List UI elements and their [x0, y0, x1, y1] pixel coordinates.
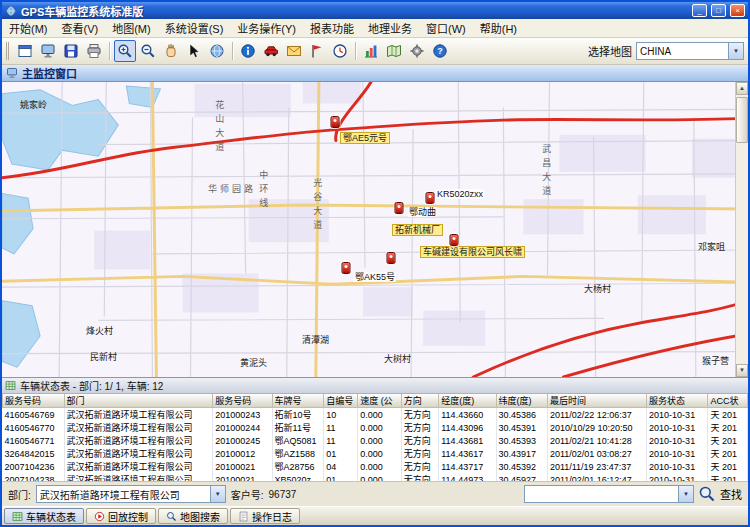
vehicle-marker[interactable]: [395, 202, 404, 214]
menu-item[interactable]: 系统设置(S): [158, 19, 231, 37]
message-icon: [286, 43, 302, 59]
table-cell: 4160546769: [3, 408, 65, 422]
monitor-button[interactable]: [37, 40, 59, 62]
menu-item[interactable]: 报表功能: [303, 19, 361, 37]
column-header[interactable]: ACC状: [708, 394, 748, 408]
vehicle-marker[interactable]: [331, 116, 340, 128]
menu-item[interactable]: 帮助(H): [473, 19, 524, 37]
vehicle-table: 服务号码部门服务号码车牌号自编号速度 (公方向经度(度)纬度(度)最后时间服务状…: [2, 394, 748, 481]
chevron-down-icon[interactable]: ▼: [728, 43, 743, 59]
full-extent-button[interactable]: [206, 40, 228, 62]
chevron-down-icon[interactable]: ▼: [678, 486, 693, 502]
map-callout: 拓新机械厂: [392, 224, 443, 236]
report-button[interactable]: [360, 40, 382, 62]
search-icon[interactable]: [698, 485, 716, 503]
vehicle-marker[interactable]: [387, 252, 396, 264]
table-row[interactable]: 2007104238武汉拓新道路环境工程有限公司20100021XB5020z0…: [3, 473, 748, 481]
column-header[interactable]: 自编号: [324, 394, 358, 408]
menu-item[interactable]: 窗口(W): [419, 19, 473, 37]
dept-select[interactable]: 武汉拓新道路环境工程有限公司 ▼: [36, 485, 226, 503]
flag-button[interactable]: [306, 40, 328, 62]
close-button[interactable]: ×: [730, 4, 745, 17]
table-row[interactable]: 3264842015武汉拓新道路环境工程有限公司20100012鄂AZ15880…: [3, 447, 748, 460]
column-header[interactable]: 纬度(度): [496, 394, 547, 408]
save-button[interactable]: [60, 40, 82, 62]
menu-item[interactable]: 开始(M): [2, 19, 55, 37]
select-button[interactable]: [183, 40, 205, 62]
column-header[interactable]: 方向: [401, 394, 439, 408]
scroll-thumb[interactable]: [736, 97, 748, 143]
table-cell: 2010-10-31: [647, 434, 708, 447]
map-label: 黄泥头: [240, 358, 267, 368]
map-view[interactable]: 姚家岭烽火村民新村黄泥头清潭湖大树村大杨村邓家咀猴子营花山大道中环线光谷大道武昌…: [2, 82, 748, 377]
vehicle-button[interactable]: [260, 40, 282, 62]
chevron-down-icon[interactable]: ▼: [210, 486, 225, 502]
message-button[interactable]: [283, 40, 305, 62]
column-header[interactable]: 速度 (公: [358, 394, 402, 408]
column-header[interactable]: 服务号码: [213, 394, 272, 408]
status-tab-4[interactable]: 操作日志: [230, 508, 300, 524]
zoom-in-button[interactable]: [114, 40, 136, 62]
search-combo[interactable]: ▼: [524, 485, 694, 503]
column-header[interactable]: 最后时间: [547, 394, 646, 408]
status-tab-label: 回放控制: [108, 509, 148, 524]
map-scrollbar[interactable]: ▲ ▼: [735, 82, 748, 377]
vehicle-table-container[interactable]: 服务号码部门服务号码车牌号自编号速度 (公方向经度(度)纬度(度)最后时间服务状…: [2, 394, 748, 481]
history-button[interactable]: [329, 40, 351, 62]
table-cell: 鄂AZ1588: [272, 447, 324, 460]
map-callout: 鄂动曲: [408, 207, 437, 217]
table-cell: 201000244: [213, 421, 272, 434]
zoom-out-button[interactable]: [137, 40, 159, 62]
status-tab-3[interactable]: 地图搜索: [158, 508, 228, 524]
table-row[interactable]: 4160546769武汉拓新道路环境工程有限公司201000243拓新10号10…: [3, 408, 748, 422]
search-input[interactable]: [528, 487, 678, 502]
table-cell: 天 201: [708, 421, 748, 434]
scroll-up-icon[interactable]: ▲: [736, 82, 748, 95]
new-window-button[interactable]: [14, 40, 36, 62]
vehicle-marker[interactable]: [450, 234, 459, 246]
vehicle-marker[interactable]: [426, 192, 435, 204]
minimize-button[interactable]: _: [692, 4, 707, 17]
table-cell: 鄂A28756: [272, 460, 324, 473]
scroll-track[interactable]: [736, 95, 748, 364]
table-row[interactable]: 4160546770武汉拓新道路环境工程有限公司201000244拓新11号11…: [3, 421, 748, 434]
pan-button[interactable]: [160, 40, 182, 62]
find-button[interactable]: 查找: [720, 486, 742, 502]
title-bar[interactable]: GPS车辆监控系统标准版 _ □ ×: [2, 2, 748, 19]
table-cell: 20100021: [213, 460, 272, 473]
settings-button[interactable]: [406, 40, 428, 62]
table-row[interactable]: 4160546771武汉拓新道路环境工程有限公司201000245鄂AQ5081…: [3, 434, 748, 447]
vehicle-marker[interactable]: [342, 262, 351, 274]
menu-item[interactable]: 地理业务: [361, 19, 419, 37]
column-header[interactable]: 车牌号: [272, 394, 324, 408]
table-row[interactable]: 2007104236武汉拓新道路环境工程有限公司20100021鄂A287560…: [3, 460, 748, 473]
save-icon: [63, 43, 79, 59]
map-select-value: CHINA: [640, 46, 728, 57]
maximize-button[interactable]: □: [711, 4, 726, 17]
column-header[interactable]: 部门: [64, 394, 213, 408]
flag-icon: [309, 43, 325, 59]
status-tab-2[interactable]: 回放控制: [86, 508, 156, 524]
table-cell: 30.43917: [496, 447, 547, 460]
menu-item[interactable]: 查看(V): [55, 19, 106, 37]
table-cell: 拓新11号: [272, 421, 324, 434]
info-button[interactable]: [237, 40, 259, 62]
toolbar-grip[interactable]: [6, 42, 10, 60]
help-button[interactable]: [429, 40, 451, 62]
map-callout: 鄂AK55号: [354, 272, 396, 282]
map-select[interactable]: CHINA ▼: [636, 42, 744, 60]
map-tool-button[interactable]: [383, 40, 405, 62]
column-header[interactable]: 经度(度): [439, 394, 496, 408]
column-header[interactable]: 服务号码: [3, 394, 65, 408]
monitor-icon: [6, 67, 18, 79]
column-header[interactable]: 服务状态: [647, 394, 708, 408]
menu-item[interactable]: 业务操作(Y): [230, 19, 303, 37]
print-button[interactable]: [83, 40, 105, 62]
table-cell: 无方向: [401, 434, 439, 447]
status-tab-1[interactable]: 车辆状态表: [4, 508, 84, 524]
scroll-down-icon[interactable]: ▼: [736, 364, 748, 377]
table-cell: 无方向: [401, 408, 439, 422]
table-header-row: 服务号码部门服务号码车牌号自编号速度 (公方向经度(度)纬度(度)最后时间服务状…: [3, 394, 748, 408]
menu-item[interactable]: 地图(M): [105, 19, 158, 37]
table-cell: 2010-10-31: [647, 447, 708, 460]
